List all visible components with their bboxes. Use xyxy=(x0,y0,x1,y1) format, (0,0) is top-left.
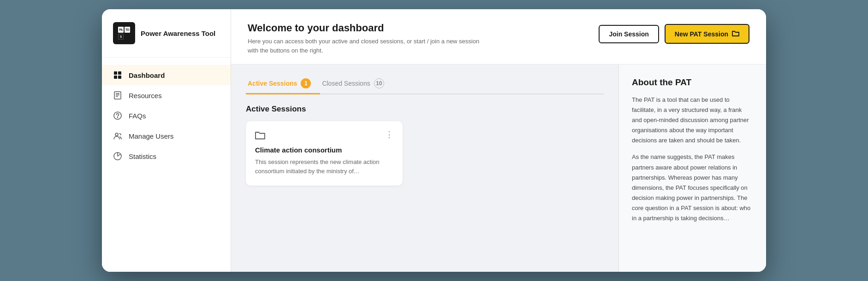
tab-closed-badge: 10 xyxy=(374,78,384,88)
header-text-block: Welcome to your dashboard Here you can a… xyxy=(248,22,488,55)
tab-closed-sessions[interactable]: Closed Sessions 10 xyxy=(320,74,393,94)
sidebar-item-manage-users[interactable]: Manage Users xyxy=(102,126,231,146)
sessions-panel: Active Sessions 1 Closed Sessions 10 Act… xyxy=(231,64,618,272)
sidebar-item-label-statistics: Statistics xyxy=(129,152,156,160)
sidebar-item-dashboard[interactable]: Dashboard xyxy=(102,65,231,85)
sidebar-logo: PA TO S Power Awareness Tool xyxy=(102,9,231,58)
card-folder-icon xyxy=(255,130,265,141)
book-icon xyxy=(113,91,122,100)
app-name: Power Awareness Tool xyxy=(141,29,215,37)
main-content: Welcome to your dashboard Here you can a… xyxy=(231,9,766,272)
new-pat-session-button[interactable]: New PAT Session xyxy=(665,24,749,44)
new-pat-label: New PAT Session xyxy=(675,30,728,38)
tab-active-sessions[interactable]: Active Sessions 1 xyxy=(246,74,320,94)
card-title: Climate action consortium xyxy=(255,146,393,154)
grid-icon xyxy=(113,70,122,80)
sidebar-item-statistics[interactable]: Statistics xyxy=(102,146,231,166)
page-header: Welcome to your dashboard Here you can a… xyxy=(231,9,766,64)
sidebar-item-resources[interactable]: Resources xyxy=(102,85,231,105)
logo-cell-to: TO xyxy=(125,27,130,33)
about-panel: About the PAT The PAT is a tool that can… xyxy=(618,64,766,272)
card-menu-button[interactable]: ⋮ xyxy=(385,130,393,139)
sidebar: PA TO S Power Awareness Tool xyxy=(102,9,231,272)
tab-active-label: Active Sessions xyxy=(248,80,297,87)
svg-rect-0 xyxy=(114,71,117,75)
page-subtitle: Here you can access both your active and… xyxy=(248,37,488,55)
session-tabs: Active Sessions 1 Closed Sessions 10 xyxy=(246,74,604,94)
folder-icon xyxy=(732,29,739,38)
statistics-icon xyxy=(113,152,122,161)
logo-cell-s: S xyxy=(118,34,124,40)
svg-rect-4 xyxy=(114,92,121,99)
app-logo: PA TO S xyxy=(113,22,135,44)
sidebar-item-label-manage-users: Manage Users xyxy=(129,132,174,140)
header-actions: Join Session New PAT Session xyxy=(599,24,749,44)
session-card: ⋮ Climate action consortium This session… xyxy=(246,121,403,186)
sidebar-item-label-faqs: FAQs xyxy=(129,112,146,120)
card-description: This session represents the new climate … xyxy=(255,158,393,176)
svg-rect-2 xyxy=(114,76,117,79)
page-title: Welcome to your dashboard xyxy=(248,22,488,34)
about-paragraph-1: The PAT is a tool that can be used to fa… xyxy=(632,95,753,146)
users-icon xyxy=(113,131,122,140)
content-area: Active Sessions 1 Closed Sessions 10 Act… xyxy=(231,64,766,272)
about-title: About the PAT xyxy=(632,77,753,88)
svg-rect-3 xyxy=(118,76,121,79)
tab-active-badge: 1 xyxy=(301,78,311,88)
svg-point-10 xyxy=(115,133,118,136)
sidebar-navigation: Dashboard Resources xyxy=(102,58,231,272)
card-header: ⋮ xyxy=(255,130,393,141)
help-circle-icon xyxy=(113,111,122,120)
svg-point-9 xyxy=(118,117,118,118)
svg-rect-1 xyxy=(118,71,121,75)
logo-cell-pa: PA xyxy=(118,27,124,33)
tab-closed-label: Closed Sessions xyxy=(322,80,370,87)
sidebar-item-faqs[interactable]: FAQs xyxy=(102,105,231,126)
join-session-button[interactable]: Join Session xyxy=(599,25,659,43)
logo-cell-empty xyxy=(125,34,130,40)
sidebar-item-label-dashboard: Dashboard xyxy=(129,71,165,79)
active-sessions-title: Active Sessions xyxy=(246,105,604,114)
sidebar-item-label-resources: Resources xyxy=(129,92,162,100)
about-paragraph-2: As the name suggests, the PAT makes part… xyxy=(632,152,753,223)
